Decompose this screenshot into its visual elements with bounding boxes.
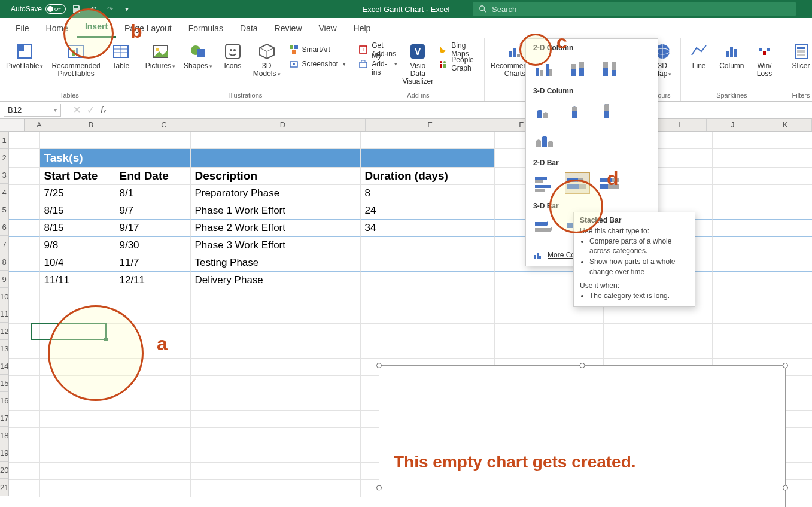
- cell[interactable]: [767, 168, 812, 185]
- cell[interactable]: Testing Phase: [191, 254, 361, 272]
- cell[interactable]: [713, 254, 767, 272]
- cell[interactable]: [604, 341, 658, 359]
- bing-maps-button[interactable]: Bing Maps: [436, 43, 480, 56]
- cell[interactable]: [9, 376, 40, 393]
- cell[interactable]: [115, 149, 191, 168]
- cell[interactable]: [361, 237, 495, 254]
- cell[interactable]: [495, 272, 549, 289]
- my-addins-button[interactable]: My Add-ins: [356, 57, 400, 71]
- cell[interactable]: Phase 1 Work Effort: [191, 202, 361, 220]
- cell[interactable]: 9/30: [115, 237, 191, 254]
- cell[interactable]: [115, 411, 191, 428]
- pivottable-button[interactable]: PivotTable: [4, 41, 45, 72]
- cell[interactable]: [115, 289, 191, 306]
- cell[interactable]: [495, 306, 549, 324]
- cell[interactable]: [9, 463, 40, 480]
- shapes-button[interactable]: Shapes: [181, 41, 215, 72]
- cell[interactable]: [40, 393, 115, 411]
- cell[interactable]: [191, 411, 361, 428]
- autosave-toggle[interactable]: AutoSave Off: [11, 4, 66, 14]
- cell[interactable]: [115, 306, 191, 324]
- row-header-14[interactable]: 14: [0, 357, 9, 375]
- cell[interactable]: [40, 428, 115, 445]
- cell[interactable]: [115, 445, 191, 463]
- column-header-K[interactable]: K: [759, 119, 812, 131]
- row-header-19[interactable]: 19: [0, 444, 9, 462]
- column-header-E[interactable]: E: [366, 119, 495, 131]
- recommended-pivottables-button[interactable]: Recommended PivotTables: [49, 41, 102, 79]
- cell[interactable]: [361, 341, 495, 359]
- row-header-21[interactable]: 21: [0, 479, 9, 496]
- row-header-12[interactable]: 12: [0, 323, 9, 340]
- cell[interactable]: End Date: [115, 168, 191, 185]
- row-header-2[interactable]: 2: [0, 149, 9, 166]
- cell[interactable]: [115, 324, 191, 341]
- cell[interactable]: [40, 376, 115, 393]
- row-header-5[interactable]: 5: [0, 201, 9, 218]
- sparkline-line-button[interactable]: Line: [685, 41, 713, 71]
- cell[interactable]: [191, 149, 361, 168]
- 3d-clustered-bar-option[interactable]: [533, 216, 557, 236]
- row-header-8[interactable]: 8: [0, 253, 9, 271]
- cell[interactable]: [767, 220, 812, 237]
- cell[interactable]: [40, 289, 115, 306]
- cell[interactable]: 24: [361, 202, 495, 220]
- qat-customize-icon[interactable]: ▾: [121, 3, 133, 15]
- tab-help[interactable]: Help: [345, 20, 379, 38]
- search-input[interactable]: Search: [473, 2, 796, 16]
- cell[interactable]: [9, 149, 40, 168]
- row-header-17[interactable]: 17: [0, 409, 9, 427]
- cell[interactable]: [767, 254, 812, 272]
- cell[interactable]: [604, 306, 658, 324]
- cell[interactable]: [713, 289, 767, 306]
- clustered-bar-option[interactable]: [533, 173, 557, 193]
- cell[interactable]: [115, 341, 191, 359]
- cell[interactable]: Preparatory Phase: [191, 185, 361, 202]
- cell[interactable]: Task(s): [40, 149, 115, 168]
- tab-insert[interactable]: Insert: [77, 18, 116, 38]
- cell[interactable]: [713, 185, 767, 202]
- cell[interactable]: [658, 306, 713, 324]
- cell[interactable]: [361, 289, 495, 306]
- cell[interactable]: Phase 3 Work Effort: [191, 237, 361, 254]
- cell[interactable]: [549, 306, 604, 324]
- cell[interactable]: [9, 428, 40, 445]
- cell[interactable]: [658, 149, 713, 168]
- cell[interactable]: [767, 341, 812, 359]
- cell[interactable]: [115, 428, 191, 445]
- row-header-9[interactable]: 9: [0, 271, 9, 288]
- column-header-A[interactable]: A: [25, 119, 54, 131]
- table-button[interactable]: Table: [107, 41, 135, 71]
- cancel-formula-icon[interactable]: ✕: [73, 104, 81, 116]
- cell[interactable]: [658, 341, 713, 359]
- name-box[interactable]: B12▾: [4, 104, 61, 117]
- cell[interactable]: [40, 132, 115, 149]
- cell[interactable]: [191, 289, 361, 306]
- cell[interactable]: [767, 237, 812, 254]
- 3d-models-button[interactable]: 3D Models: [251, 41, 283, 80]
- cell[interactable]: [191, 480, 361, 497]
- clustered-column-option[interactable]: [533, 58, 557, 78]
- cell[interactable]: [658, 132, 713, 149]
- cell[interactable]: [604, 324, 658, 341]
- undo-icon[interactable]: ↶: [87, 3, 99, 15]
- cell[interactable]: [191, 306, 361, 324]
- screenshot-button[interactable]: Screenshot: [287, 57, 349, 71]
- cell[interactable]: [361, 254, 495, 272]
- cell[interactable]: [9, 272, 40, 289]
- cell[interactable]: [9, 220, 40, 237]
- cell[interactable]: [9, 132, 40, 149]
- tab-file[interactable]: File: [7, 20, 38, 38]
- cell[interactable]: [361, 324, 495, 341]
- tab-review[interactable]: Review: [266, 20, 311, 38]
- select-all-corner[interactable]: [0, 119, 25, 131]
- row-header-10[interactable]: 10: [0, 288, 9, 305]
- cell[interactable]: [191, 324, 361, 341]
- cell[interactable]: [191, 132, 361, 149]
- 100-stacked-bar-option[interactable]: [598, 173, 622, 193]
- cell[interactable]: [361, 306, 495, 324]
- cell[interactable]: [495, 289, 549, 306]
- cell[interactable]: [40, 445, 115, 463]
- cell[interactable]: 34: [361, 220, 495, 237]
- cell[interactable]: [9, 254, 40, 272]
